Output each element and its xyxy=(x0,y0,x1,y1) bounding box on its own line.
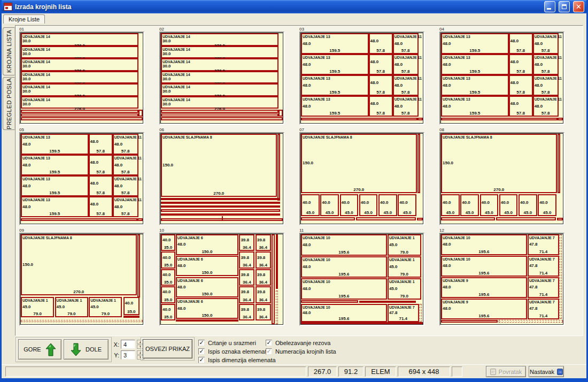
cut-piece: 40.045.0 xyxy=(460,194,479,216)
check-col-2: ✓Obelezavanje rezova✓Numeracija krojnih … xyxy=(266,339,336,355)
cut-piece: UDVAJANJE 1430.0276.0 xyxy=(21,58,138,71)
cut-piece xyxy=(441,118,558,121)
sheet-slot: 04UDVAJANJE 1348.0159.548.057.8UDVAJANJE… xyxy=(439,32,564,125)
nastavak-button[interactable]: Nastavak → xyxy=(529,366,564,377)
cut-piece: 48.057.8 xyxy=(89,196,113,217)
cut-piece: 39.836.4 xyxy=(256,234,271,251)
checkbox-box[interactable]: ✓ xyxy=(198,348,205,355)
cut-piece: UDVAJANJE 1148.057.8 xyxy=(113,196,138,217)
checkbox-label: Ispis oznaka elemenata xyxy=(208,348,270,355)
cut-piece: 40.045.0 xyxy=(340,194,359,216)
cut-piece: 39.836.4 xyxy=(256,269,271,286)
cut-piece: UDVAJANJE 1348.0159.5 xyxy=(301,54,369,75)
cut-piece xyxy=(417,218,423,220)
cut-piece: 40.045.0 xyxy=(441,194,460,216)
cut-piece: UDVAJANJE 1348.0159.5 xyxy=(441,96,509,117)
cut-piece: UDVAJANJE 1430.0276.0 xyxy=(161,58,278,71)
side-tabs: KROJNA LISTA PREGLED POSLA xyxy=(3,27,15,130)
cut-piece: UDVAJANJE 1348.0159.5 xyxy=(21,155,89,175)
cut-piece: UDVAJANJE 1348.0159.5 xyxy=(441,75,509,96)
cut-piece: UDVAJANJE 1348.0159.5 xyxy=(301,96,369,117)
dole-button[interactable]: DOLE xyxy=(64,339,109,360)
minimize-button[interactable] xyxy=(544,1,555,12)
cut-piece xyxy=(161,110,278,113)
cut-piece xyxy=(420,304,422,322)
cut-piece: UDVAJANJE 1348.0159.5 xyxy=(21,196,89,217)
cut-piece: UDVAJANJE 1148.057.8 xyxy=(113,155,138,175)
checkbox-ispis-oznaka-elemenata[interactable]: ✓Ispis oznaka elemenata xyxy=(198,348,276,355)
cut-piece: 48.057.8 xyxy=(509,75,533,96)
cut-piece: UDVAJANJE 648.0150.0 xyxy=(176,234,238,255)
cut-piece: 48.057.8 xyxy=(509,54,533,75)
cut-piece xyxy=(301,217,355,220)
gore-button[interactable]: GORE xyxy=(18,339,61,360)
cut-piece xyxy=(161,209,280,211)
cut-piece xyxy=(161,113,278,117)
y-label: Y: xyxy=(113,352,119,358)
side-tab-krojna-lista[interactable]: KROJNA LISTA xyxy=(3,27,15,75)
cut-piece xyxy=(161,213,280,216)
checkbox-box[interactable]: ✓ xyxy=(198,357,205,363)
cut-piece xyxy=(276,291,278,324)
x-input[interactable]: 4 xyxy=(121,340,135,349)
cut-piece: UDVAJANJE 1430.0276.0 xyxy=(161,71,278,84)
cut-piece xyxy=(138,110,143,117)
cut-piece: UDVAJANJE 1430.0276.0 xyxy=(21,96,138,109)
cut-piece: UDVAJANJE 1348.0159.5 xyxy=(441,33,509,54)
cut-piece xyxy=(558,134,560,193)
sheet-number: 10 xyxy=(159,228,164,233)
sheet-slot: 02UDVAJANJE 1430.0276.0UDVAJANJE 1430.02… xyxy=(159,32,284,125)
cutting-sheet: 40.035.040.035.040.035.040.035.040.035.0… xyxy=(160,234,283,325)
y-input[interactable]: 3 xyxy=(121,350,135,360)
close-button[interactable]: ✕ xyxy=(573,1,584,12)
cut-piece: UDVAJANJE 1348.0159.5 xyxy=(441,54,509,75)
statusbar: 267.0 91.2 ELEM 694 x 448 ← Povratak Nas… xyxy=(2,364,586,378)
cut-piece: 40.045.0 xyxy=(378,194,397,216)
x-label: X: xyxy=(113,341,119,348)
cut-piece: UDVAJANJE 1430.0276.0 xyxy=(161,46,278,59)
status-cell-width: 267.0 xyxy=(308,366,337,377)
cut-piece: UDVAJANJE 1148.057.8 xyxy=(393,96,419,117)
cut-piece: UDVAJANJE SLAJFNAMA 8150.0270.0 xyxy=(441,134,557,193)
cut-piece: 40.035.0 xyxy=(123,297,140,315)
cut-piece xyxy=(301,118,417,121)
cut-piece: 40.035.0 xyxy=(161,251,175,268)
checkbox-obelezavanje-rezova[interactable]: ✓Obelezavanje rezova xyxy=(266,339,336,346)
close-icon: ✕ xyxy=(576,3,582,10)
sheet-slot: 07UDVAJANJE SLAJFNAMA 8150.0270.040.045.… xyxy=(299,132,424,225)
maximize-button[interactable] xyxy=(559,1,570,12)
cut-piece xyxy=(21,110,138,113)
minimize-icon xyxy=(547,8,551,10)
cut-piece: UDVAJANJE 948.0195.6 xyxy=(441,299,527,319)
cut-piece: UDVAJANJE 1148.057.8 xyxy=(113,134,138,155)
checkbox-ispis-dimenzija-elemenata[interactable]: ✓Ispis dimenzija elemenata xyxy=(198,356,276,363)
cut-piece xyxy=(417,134,420,193)
checkbox-crtanje-u-srazmeri[interactable]: ✓Crtanje u srazmeri xyxy=(198,339,276,346)
cutting-sheet: UDVAJANJE 1348.0159.548.057.8UDVAJANJE 1… xyxy=(20,133,143,224)
cut-piece: UDVAJANJE 1148.057.8 xyxy=(533,75,559,96)
tab-krojne-liste[interactable]: Krojne Liste xyxy=(3,14,45,24)
checkbox-box[interactable]: ✓ xyxy=(198,340,205,346)
main-area: KROJNA LISTA PREGLED POSLA 01UDVAJANJE 1… xyxy=(2,24,586,337)
cut-piece: UDVAJANJE 145.079.0 xyxy=(388,256,421,278)
cut-piece xyxy=(301,300,358,303)
sheet-number: 01 xyxy=(19,27,24,32)
cut-piece: 40.035.0 xyxy=(161,304,175,320)
cut-piece: UDVAJANJE 145.079.0 xyxy=(388,234,421,256)
osvezi-prikaz-button[interactable]: OSVEZI PRIKAZ xyxy=(143,339,192,358)
cut-piece: 48.057.8 xyxy=(89,134,113,155)
sheet-slot: 11UDVAJANJE 1048.0195.6UDVAJANJE 145.079… xyxy=(299,233,424,326)
cut-piece: UDVAJANJE 648.0150.0 xyxy=(176,277,238,298)
cut-piece: 40.045.0 xyxy=(398,194,416,216)
cut-piece: UDVAJANJE 1148.057.8 xyxy=(113,175,138,196)
checkbox-box[interactable]: ✓ xyxy=(266,340,272,346)
cut-piece: UDVAJANJE 1148.057.8 xyxy=(533,96,559,117)
titlebar: Izrada krojnih lista ✕ xyxy=(2,0,586,13)
sheet-slot: 05UDVAJANJE 1348.0159.548.057.8UDVAJANJE… xyxy=(19,132,144,225)
side-tab-pregled-posla[interactable]: PREGLED POSLA xyxy=(3,77,15,130)
sheet-number: 11 xyxy=(299,228,304,233)
cut-piece xyxy=(137,234,140,297)
cut-piece: 40.035.0 xyxy=(161,234,175,251)
cut-piece xyxy=(441,217,495,220)
cut-piece: UDVAJANJE 145.079.0 xyxy=(55,297,88,318)
